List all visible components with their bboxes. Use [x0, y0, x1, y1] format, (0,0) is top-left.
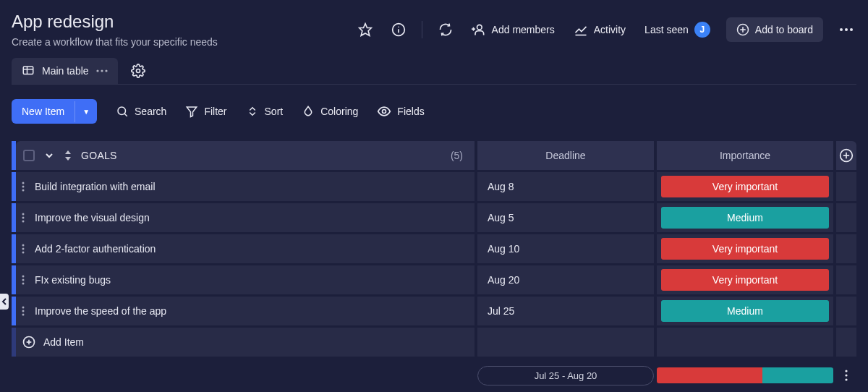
svg-point-40: [22, 279, 25, 281]
last-seen-label: Last seen: [644, 24, 689, 35]
add-members-label: Add members: [492, 24, 555, 35]
tab-more-icon[interactable]: [96, 69, 108, 72]
row-name: FIx existing bugs: [35, 274, 111, 286]
drag-handle-icon[interactable]: [22, 182, 25, 192]
last-seen-button[interactable]: Last seen J: [642, 17, 713, 42]
empty-cell: [836, 328, 856, 357]
filter-button[interactable]: Filter: [185, 105, 226, 118]
column-sort-icon[interactable]: [64, 150, 72, 161]
svg-point-35: [22, 221, 25, 223]
row-importance-cell[interactable]: Medium: [657, 297, 833, 325]
summary-more-icon[interactable]: [836, 364, 856, 387]
svg-point-31: [22, 186, 25, 188]
row-importance-cell[interactable]: Very important: [657, 172, 833, 201]
tab-main-table[interactable]: Main table: [12, 58, 118, 84]
sync-icon[interactable]: [435, 18, 456, 41]
group-header-main: GOALS (5): [16, 141, 475, 170]
empty-cell: [836, 234, 856, 263]
svg-point-36: [22, 244, 25, 247]
activity-label: Activity: [594, 24, 626, 35]
add-to-board-label: Add to board: [755, 24, 813, 35]
row-name: Build integration with email: [35, 181, 156, 192]
info-icon[interactable]: [388, 18, 409, 41]
table-row[interactable]: Improve the visual designAug 5Medium: [12, 203, 856, 232]
sort-label: Sort: [265, 106, 284, 117]
fields-button[interactable]: Fields: [377, 104, 424, 119]
table-row[interactable]: Add 2-factor authenticationAug 10Very im…: [12, 234, 856, 263]
importance-pill: Very important: [661, 238, 829, 260]
expand-sidebar-handle[interactable]: [0, 294, 9, 310]
select-all-checkbox[interactable]: [23, 150, 35, 161]
search-button[interactable]: Search: [116, 105, 166, 118]
drag-handle-icon[interactable]: [22, 244, 25, 254]
add-item-button[interactable]: Add Item: [16, 328, 475, 357]
new-item-button[interactable]: New Item ▼: [12, 99, 97, 124]
row-name-cell[interactable]: Improve the speed of the app: [16, 297, 475, 325]
add-item-label: Add Item: [43, 336, 84, 348]
importance-pill: Medium: [661, 207, 829, 229]
group-name[interactable]: GOALS: [81, 150, 442, 161]
date-range-pill: Jul 25 - Aug 20: [477, 366, 654, 385]
svg-point-19: [105, 69, 107, 72]
drag-handle-icon[interactable]: [22, 306, 25, 316]
page-subtitle: Create a workflow that fits your specifi…: [12, 36, 218, 48]
coloring-button[interactable]: Coloring: [302, 105, 358, 118]
search-icon: [116, 105, 129, 118]
star-icon[interactable]: [355, 18, 375, 41]
table-row[interactable]: Improve the speed of the appJul 25Medium: [12, 297, 856, 325]
row-deadline-cell[interactable]: Aug 20: [477, 265, 654, 294]
sort-icon: [246, 105, 259, 118]
drag-handle-icon[interactable]: [22, 275, 25, 285]
row-name-cell[interactable]: Add 2-factor authentication: [16, 234, 475, 263]
row-importance-cell[interactable]: Very important: [657, 265, 833, 294]
board-settings-icon[interactable]: [128, 59, 148, 82]
svg-point-11: [840, 28, 843, 31]
row-importance-cell[interactable]: Very important: [657, 234, 833, 263]
table-view-icon: [22, 64, 35, 77]
row-name-cell[interactable]: Improve the visual design: [16, 203, 475, 232]
svg-point-50: [845, 378, 847, 380]
row-deadline-cell[interactable]: Jul 25: [477, 297, 654, 325]
column-header-importance[interactable]: Importance: [657, 141, 833, 170]
droplet-icon: [302, 105, 315, 118]
svg-rect-14: [23, 67, 33, 74]
more-icon[interactable]: [836, 23, 856, 36]
sort-button[interactable]: Sort: [246, 105, 284, 118]
row-deadline-cell[interactable]: Aug 8: [477, 172, 654, 201]
row-deadline-cell[interactable]: Aug 10: [477, 234, 654, 263]
svg-point-32: [22, 189, 25, 192]
row-deadline-cell[interactable]: Aug 5: [477, 203, 654, 232]
svg-point-30: [22, 182, 25, 184]
svg-marker-26: [65, 157, 71, 161]
svg-marker-25: [65, 150, 71, 154]
add-to-board-button[interactable]: Add to board: [726, 17, 823, 42]
table-row[interactable]: Build integration with emailAug 8Very im…: [12, 172, 856, 201]
svg-point-12: [845, 28, 848, 31]
add-members-button[interactable]: Add members: [469, 18, 558, 41]
svg-point-4: [477, 25, 482, 30]
add-column-button[interactable]: [836, 141, 856, 170]
importance-segment-very: [657, 367, 762, 383]
svg-point-18: [101, 69, 103, 72]
row-importance-cell[interactable]: Medium: [657, 203, 833, 232]
empty-cell: [836, 265, 856, 294]
svg-point-21: [118, 107, 126, 115]
svg-point-43: [22, 310, 25, 312]
drag-handle-icon[interactable]: [22, 213, 25, 223]
new-item-caret-icon[interactable]: ▼: [75, 101, 97, 122]
column-header-deadline[interactable]: Deadline: [477, 141, 654, 170]
activity-button[interactable]: Activity: [571, 18, 629, 41]
collapse-group-icon[interactable]: [43, 150, 55, 161]
row-name-cell[interactable]: FIx existing bugs: [16, 265, 475, 294]
svg-point-17: [96, 69, 98, 72]
row-name-cell[interactable]: Build integration with email: [16, 172, 475, 201]
filter-icon: [185, 105, 198, 118]
svg-point-24: [383, 110, 386, 114]
svg-marker-0: [359, 24, 371, 36]
search-label: Search: [135, 106, 166, 117]
table-row[interactable]: FIx existing bugsAug 20Very important: [12, 265, 856, 294]
fields-label: Fields: [397, 106, 424, 117]
plus-circle-icon: [22, 335, 36, 349]
svg-point-20: [136, 69, 140, 73]
empty-cell: [657, 328, 833, 357]
